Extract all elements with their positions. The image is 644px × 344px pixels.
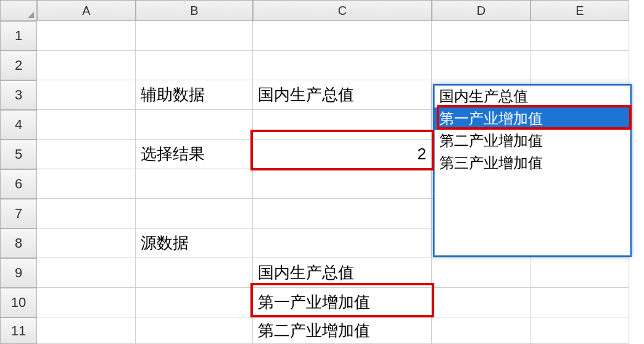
- cell-A8[interactable]: [37, 229, 136, 258]
- row-header-1[interactable]: 1: [0, 21, 37, 51]
- row-header-7[interactable]: 7: [0, 199, 37, 229]
- row-header-4[interactable]: 4: [0, 110, 37, 140]
- cell-C2[interactable]: [253, 51, 432, 80]
- cell-A6[interactable]: [37, 169, 136, 199]
- cell-C8[interactable]: [253, 229, 432, 258]
- cell-E2[interactable]: [530, 51, 629, 80]
- row-header-9[interactable]: 9: [0, 258, 37, 288]
- row-header-6[interactable]: 6: [0, 169, 37, 199]
- dropdown-item-0[interactable]: 国内生产总值: [434, 85, 630, 107]
- cell-C3[interactable]: 国内生产总值: [253, 80, 432, 110]
- cell-C11[interactable]: 第二产业增加值: [253, 317, 432, 344]
- cell-A7[interactable]: [37, 199, 136, 229]
- cell-A2[interactable]: [37, 51, 136, 80]
- cell-E1[interactable]: [530, 21, 629, 51]
- cell-D11[interactable]: [432, 317, 530, 344]
- row-header-10[interactable]: 10: [0, 288, 37, 317]
- cell-B9[interactable]: [136, 258, 253, 288]
- cell-C6[interactable]: [253, 169, 432, 199]
- cell-D1[interactable]: [432, 21, 530, 51]
- cell-C5[interactable]: 2: [253, 140, 432, 169]
- row-header-11[interactable]: 11: [0, 317, 37, 344]
- cell-E10[interactable]: [530, 288, 629, 317]
- cell-C1[interactable]: [253, 21, 432, 51]
- cell-A3[interactable]: [37, 80, 136, 110]
- cell-D10[interactable]: [432, 288, 530, 317]
- cell-C7[interactable]: [253, 199, 432, 229]
- cell-E11[interactable]: [530, 317, 629, 344]
- cell-A1[interactable]: [37, 21, 136, 51]
- cell-A9[interactable]: [37, 258, 136, 288]
- cell-B11[interactable]: [136, 317, 253, 344]
- col-header-D[interactable]: D: [432, 0, 530, 21]
- col-header-E[interactable]: E: [530, 0, 629, 21]
- cell-B1[interactable]: [136, 21, 253, 51]
- col-header-C[interactable]: C: [253, 0, 432, 21]
- dropdown-listbox[interactable]: 国内生产总值 第一产业增加值 第二产业增加值 第三产业增加值: [433, 84, 632, 257]
- cell-C10[interactable]: 第一产业增加值: [253, 288, 432, 317]
- cell-C9[interactable]: 国内生产总值: [253, 258, 432, 288]
- cell-B6[interactable]: [136, 169, 253, 199]
- cell-B10[interactable]: [136, 288, 253, 317]
- cell-D2[interactable]: [432, 51, 530, 80]
- row-header-3[interactable]: 3: [0, 80, 37, 110]
- dropdown-item-3[interactable]: 第三产业增加值: [434, 152, 630, 174]
- cell-B4[interactable]: [136, 110, 253, 140]
- cell-A5[interactable]: [37, 140, 136, 169]
- cell-E9[interactable]: [530, 258, 629, 288]
- cell-B3[interactable]: 辅助数据: [136, 80, 253, 110]
- cell-B2[interactable]: [136, 51, 253, 80]
- col-header-A[interactable]: A: [37, 0, 136, 21]
- row-header-8[interactable]: 8: [0, 229, 37, 258]
- cell-B8[interactable]: 源数据: [136, 229, 253, 258]
- dropdown-item-2[interactable]: 第二产业增加值: [434, 130, 630, 152]
- cell-B5[interactable]: 选择结果: [136, 140, 253, 169]
- cell-B7[interactable]: [136, 199, 253, 229]
- col-header-B[interactable]: B: [136, 0, 253, 21]
- select-all-corner[interactable]: [0, 0, 37, 21]
- row-header-5[interactable]: 5: [0, 140, 37, 169]
- cell-A11[interactable]: [37, 317, 136, 344]
- cell-C4[interactable]: [253, 110, 432, 140]
- cell-A10[interactable]: [37, 288, 136, 317]
- row-header-2[interactable]: 2: [0, 51, 37, 80]
- cell-A4[interactable]: [37, 110, 136, 140]
- cell-D9[interactable]: [432, 258, 530, 288]
- spreadsheet: A B C D E 1 2 3 4 5 6 7 8 9 10 11 辅助数据 选…: [0, 0, 644, 344]
- dropdown-item-1[interactable]: 第一产业增加值: [434, 107, 630, 130]
